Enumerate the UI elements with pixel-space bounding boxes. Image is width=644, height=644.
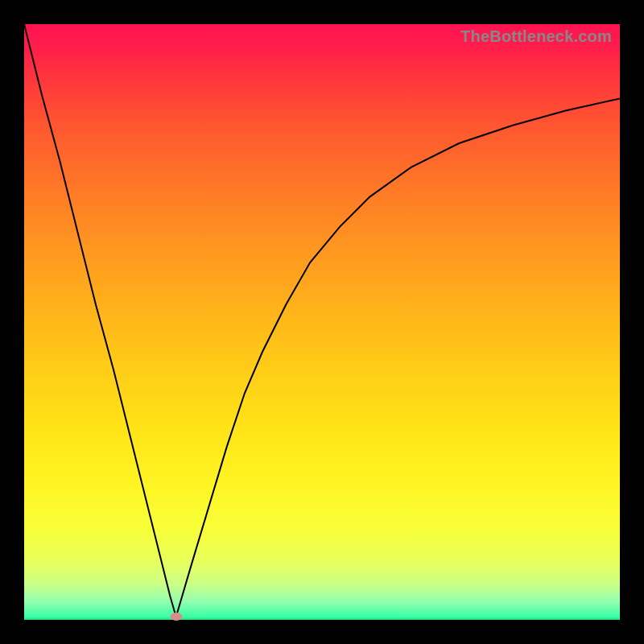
curve-svg [24, 24, 620, 620]
curve-left-branch [24, 24, 176, 617]
curve-right-branch [176, 99, 620, 617]
minimum-marker [170, 613, 182, 621]
plot-area: TheBottleneck.com [24, 24, 620, 620]
chart-frame: TheBottleneck.com [0, 0, 644, 644]
